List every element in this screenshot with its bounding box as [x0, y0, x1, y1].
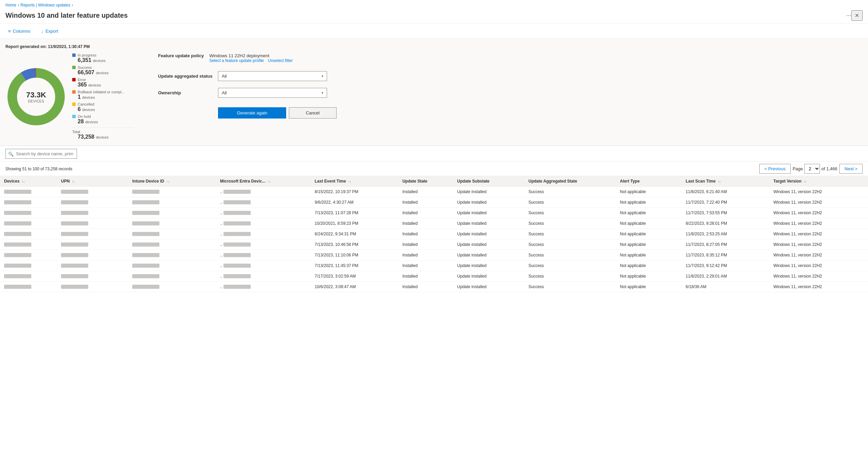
col-header-devices[interactable]: Devices ↑↓ — [0, 176, 57, 187]
breadcrumb-reports[interactable]: Reports | Windows updates — [20, 3, 71, 7]
breadcrumb-home[interactable]: Home — [5, 3, 16, 7]
cell-target-8: Windows 11, version 22H2 — [769, 271, 868, 282]
cell-upn-4 — [57, 229, 128, 239]
cell-alert-9: Not applicable — [616, 282, 682, 292]
cancel-button[interactable]: Cancel — [289, 107, 337, 119]
cell-substate-4: Update installed — [453, 229, 524, 239]
cell-event-2: 7/13/2023, 11:07:28 PM — [311, 208, 398, 218]
legend-count-success: 66,507 devices — [78, 69, 134, 76]
cell-scan-7: 11/7/2023, 9:12:42 PM — [682, 261, 769, 271]
cell-intune-9 — [128, 282, 216, 292]
cell-substate-8: Update installed — [453, 271, 524, 282]
cell-target-5: Windows 11, version 22H2 — [769, 239, 868, 250]
page-dropdown[interactable]: 2 1 3 — [804, 164, 820, 174]
cell-substate-7: Update installed — [453, 261, 524, 271]
cell-scan-6: 11/7/2023, 8:35:12 PM — [682, 250, 769, 261]
table-row: .. 10/20/2021, 8:59:23 PM Installed Upda… — [0, 218, 868, 229]
ownership-label: Ownership — [158, 90, 213, 95]
cell-alert-6: Not applicable — [616, 250, 682, 261]
cell-intune-7 — [128, 261, 216, 271]
donut-center: 73.3K DEVICES — [26, 90, 46, 103]
chart-center-label: DEVICES — [26, 99, 46, 103]
cell-target-0: Windows 11, version 22H2 — [769, 187, 868, 197]
unselect-filter-link[interactable]: Unselect filter — [268, 58, 293, 63]
cell-state-9: Installed — [398, 282, 453, 292]
cell-event-1: 9/6/2022, 4:30:27 AM — [311, 197, 398, 208]
col-header-entra[interactable]: Microsoft Entra Devic... ↑↓ — [216, 176, 311, 187]
filter-ownership-row: Ownership All ▾ — [158, 88, 337, 98]
chart-area: 73.3K DEVICES In progress 6,351 devices — [5, 53, 134, 140]
agg-status-value: All — [222, 74, 227, 79]
cell-devices-6 — [0, 250, 57, 261]
cell-state-2: Installed — [398, 208, 453, 218]
cell-scan-3: 8/22/2023, 9:28:01 PM — [682, 218, 769, 229]
legend-total-count: 73,258 devices — [78, 134, 134, 140]
col-header-upn[interactable]: UPN ↑↓ — [57, 176, 128, 187]
legend-dot-cancelled — [72, 103, 76, 106]
col-header-target[interactable]: Target Version ↑↓ — [769, 176, 868, 187]
cell-target-9: Windows 11, version 22H2 — [769, 282, 868, 292]
select-profile-link[interactable]: Select a feature update profile — [209, 58, 264, 63]
cell-intune-8 — [128, 271, 216, 282]
next-button[interactable]: Next > — [839, 164, 863, 174]
cell-entra-0: .. — [216, 187, 311, 197]
table-row: .. 7/13/2023, 10:46:58 PM Installed Upda… — [0, 239, 868, 250]
cell-upn-3 — [57, 218, 128, 229]
legend-item-onhold: On hold 28 devices — [72, 114, 134, 125]
cell-scan-0: 11/8/2023, 6:21:40 AM — [682, 187, 769, 197]
search-input[interactable] — [5, 149, 77, 159]
cell-intune-1 — [128, 197, 216, 208]
cell-agg-6: Success — [524, 250, 616, 261]
cell-devices-0 — [0, 187, 57, 197]
cell-entra-3: .. — [216, 218, 311, 229]
previous-button[interactable]: < Previous — [759, 164, 791, 174]
sort-icon-scan: ↑↓ — [718, 180, 721, 183]
table-row: .. 8/15/2022, 10:19:37 PM Installed Upda… — [0, 187, 868, 197]
filter-policy-row: Feature update policy Windows 11 22H2 de… — [158, 53, 337, 63]
cell-state-6: Installed — [398, 250, 453, 261]
cell-event-0: 8/15/2022, 10:19:37 PM — [311, 187, 398, 197]
columns-button[interactable]: ≡ Columns — [5, 27, 33, 35]
cell-substate-3: Update installed — [453, 218, 524, 229]
columns-icon: ≡ — [8, 29, 11, 34]
ownership-value: All — [222, 90, 227, 95]
table-row: .. 7/13/2023, 11:45:37 PM Installed Upda… — [0, 261, 868, 271]
sort-icon-intune: ↑↓ — [166, 180, 169, 183]
cell-devices-8 — [0, 271, 57, 282]
cell-alert-2: Not applicable — [616, 208, 682, 218]
policy-value: Windows 11 22H2 deployment — [209, 53, 293, 58]
cell-upn-9 — [57, 282, 128, 292]
col-header-scan[interactable]: Last Scan Time ↑↓ — [682, 176, 769, 187]
page-select-area: Page 2 1 3 of 1,466 — [793, 164, 837, 174]
table-row: .. 8/24/2022, 9:34:31 PM Installed Updat… — [0, 229, 868, 239]
breadcrumb: Home › Reports | Windows updates › — [0, 0, 868, 9]
cell-entra-7: .. — [216, 261, 311, 271]
ownership-select[interactable]: All ▾ — [218, 88, 327, 98]
legend-dot-error — [72, 78, 76, 81]
col-header-intune[interactable]: Intune Device ID ↑↓ — [128, 176, 216, 187]
agg-status-select[interactable]: All ▾ — [218, 71, 327, 81]
legend-item-cancelled: Cancelled 6 devices — [72, 102, 134, 112]
legend-dot-inprogress — [72, 53, 76, 57]
cell-substate-6: Update installed — [453, 250, 524, 261]
cell-event-8: 7/17/2023, 3:02:59 AM — [311, 271, 398, 282]
policy-links: Select a feature update profile Unselect… — [209, 58, 293, 63]
cell-intune-3 — [128, 218, 216, 229]
col-header-event[interactable]: Last Event Time ↑↓ — [311, 176, 398, 187]
legend-count-cancelled: 6 devices — [78, 106, 134, 112]
export-button[interactable]: ↓ Export — [38, 27, 61, 35]
close-button[interactable]: ✕ — [851, 10, 863, 21]
sort-icon-upn: ↑↓ — [72, 180, 75, 183]
cell-devices-7 — [0, 261, 57, 271]
table-row: .. 10/6/2022, 3:08:47 AM Installed Updat… — [0, 282, 868, 292]
cell-alert-7: Not applicable — [616, 261, 682, 271]
cell-agg-0: Success — [524, 187, 616, 197]
cell-scan-5: 11/7/2023, 8:27:05 PM — [682, 239, 769, 250]
more-icon[interactable]: ··· — [846, 12, 851, 19]
table-row: .. 7/13/2023, 11:10:06 PM Installed Upda… — [0, 250, 868, 261]
cell-devices-1 — [0, 197, 57, 208]
generate-again-button[interactable]: Generate again — [218, 107, 286, 119]
cell-event-6: 7/13/2023, 11:10:06 PM — [311, 250, 398, 261]
export-icon: ↓ — [41, 29, 44, 34]
cell-target-1: Windows 11, version 22H2 — [769, 197, 868, 208]
